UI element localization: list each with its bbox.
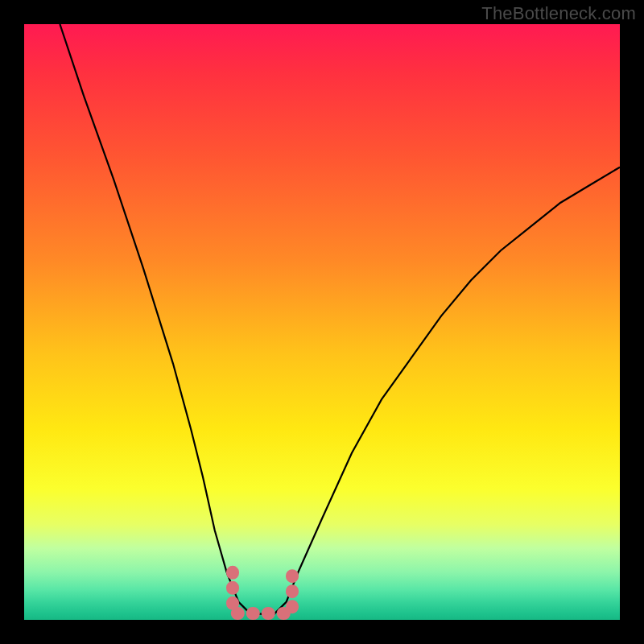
optimal-region-marker [233, 572, 292, 613]
watermark-label: TheBottleneck.com [481, 3, 636, 24]
chart-frame: TheBottleneck.com [0, 0, 644, 644]
bottleneck-curve-path [60, 24, 620, 614]
curve-layer [24, 24, 620, 620]
plot-area [24, 24, 620, 620]
